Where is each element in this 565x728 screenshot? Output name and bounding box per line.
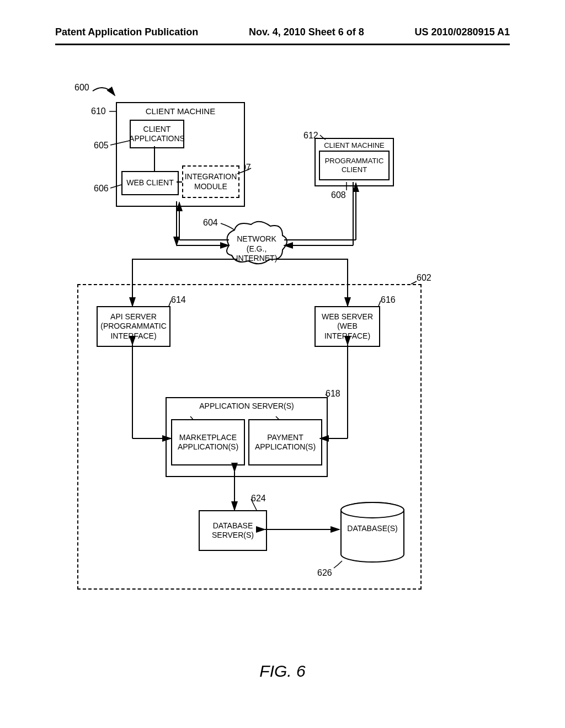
- svg-line-1: [110, 141, 130, 145]
- svg-point-23: [341, 502, 404, 518]
- figure-caption: FIG. 6: [0, 662, 565, 681]
- header-right: US 2010/0280915 A1: [415, 26, 510, 38]
- header-left: Patent Application Publication: [55, 26, 198, 38]
- diagram-canvas: 600 610 605 606 607 612 608 604 602 614 …: [83, 85, 480, 626]
- header-mid: Nov. 4, 2010 Sheet 6 of 8: [249, 26, 364, 38]
- label-database: DATABASE(S): [341, 524, 404, 534]
- header-rule: [55, 44, 510, 45]
- diagram-lines: [83, 85, 480, 626]
- svg-line-2: [110, 185, 121, 188]
